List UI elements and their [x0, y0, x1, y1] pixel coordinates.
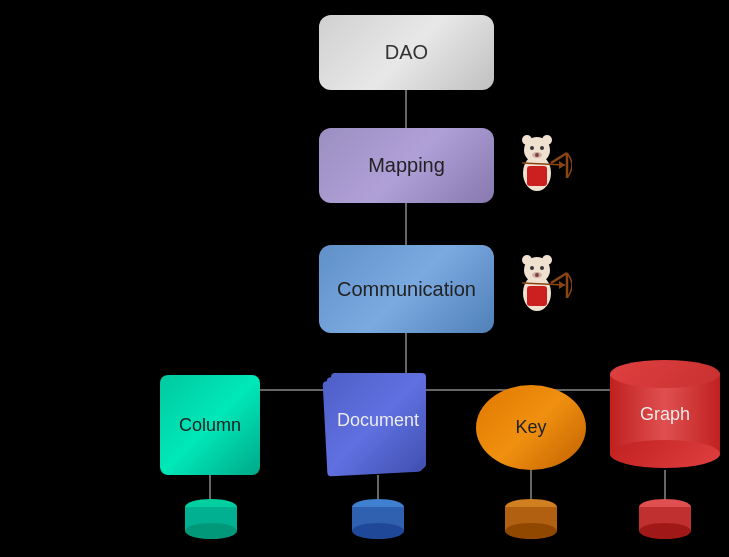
svg-point-16 — [530, 146, 534, 150]
mapping-label: Mapping — [368, 154, 445, 177]
svg-point-24 — [535, 153, 539, 157]
diagram-container: DAO Mapping — [0, 0, 729, 557]
svg-point-30 — [540, 266, 544, 270]
graph-cylinder: Graph — [610, 360, 720, 468]
column-label: Column — [179, 415, 241, 436]
svg-point-27 — [522, 255, 532, 265]
svg-point-17 — [540, 146, 544, 150]
svg-point-14 — [522, 135, 532, 145]
svg-point-28 — [542, 255, 552, 265]
dao-label: DAO — [385, 41, 428, 64]
communication-box: Communication — [319, 245, 494, 333]
cyl-top — [610, 360, 720, 388]
archer-communication-icon — [502, 248, 572, 326]
svg-point-40 — [185, 523, 237, 539]
small-cyl-column — [183, 499, 239, 547]
graph-label: Graph — [640, 404, 690, 425]
small-cyl-key — [503, 499, 559, 547]
column-shape: Column — [160, 375, 260, 475]
document-label: Document — [337, 410, 419, 431]
svg-point-15 — [542, 135, 552, 145]
svg-point-29 — [530, 266, 534, 270]
dao-box: DAO — [319, 15, 494, 90]
mapping-box: Mapping — [319, 128, 494, 203]
svg-point-43 — [352, 523, 404, 539]
small-cyl-document — [350, 499, 406, 547]
key-shape: Key — [476, 385, 586, 470]
archer-mapping-icon — [502, 128, 572, 206]
svg-rect-22 — [527, 166, 547, 186]
svg-marker-21 — [559, 161, 565, 169]
cyl-bottom — [610, 440, 720, 468]
svg-marker-34 — [559, 281, 565, 289]
svg-point-46 — [505, 523, 557, 539]
svg-rect-35 — [527, 286, 547, 306]
small-cyl-graph — [637, 499, 693, 547]
document-shape: Document — [318, 365, 438, 475]
key-label: Key — [515, 417, 546, 438]
communication-label: Communication — [337, 278, 476, 301]
svg-point-49 — [639, 523, 691, 539]
svg-point-37 — [535, 273, 539, 277]
